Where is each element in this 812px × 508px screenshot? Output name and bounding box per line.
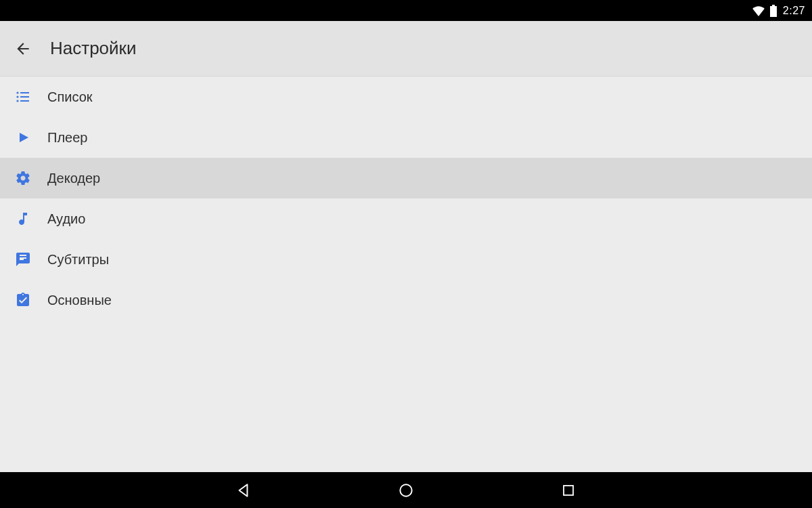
settings-item-player[interactable]: Плеер [0,117,812,158]
navigation-bar [0,472,812,508]
settings-item-subtitle[interactable]: Субтитры [0,239,812,280]
svg-rect-9 [564,486,573,495]
settings-item-label: Плеер [47,130,87,146]
settings-item-label: Субтитры [47,252,109,268]
wifi-icon [752,5,765,16]
settings-item-decoder[interactable]: Декодер [0,158,812,198]
play-icon [12,127,34,148]
svg-rect-3 [20,92,29,93]
svg-point-8 [400,484,411,496]
battery-icon [769,5,777,17]
svg-rect-1 [772,5,775,6]
nav-home-button[interactable] [392,477,420,504]
subtitle-icon [12,249,34,270]
back-button[interactable] [14,39,32,58]
nav-back-button[interactable] [230,477,257,504]
settings-item-label: Список [47,89,93,105]
settings-item-audio[interactable]: Аудио [0,198,812,239]
toolbar: Настройки [0,21,812,77]
status-bar: 2:27 [0,0,812,21]
list-icon [12,86,34,108]
settings-item-label: Декодер [47,171,100,186]
svg-rect-7 [20,100,29,102]
settings-item-general[interactable]: Основные [0,280,812,320]
page-title: Настройки [50,38,137,59]
svg-point-4 [16,96,18,98]
svg-point-6 [16,100,18,102]
svg-point-2 [16,91,18,93]
settings-item-label: Основные [47,293,112,308]
settings-item-label: Аудио [47,211,85,227]
music-icon [12,208,34,230]
clipboard-check-icon [12,289,34,311]
settings-list: Список Плеер Декодер Аудио Субтитры [0,77,812,472]
svg-rect-0 [770,6,777,17]
status-clock: 2:27 [783,5,805,17]
settings-item-list[interactable]: Список [0,77,812,117]
svg-rect-5 [20,96,29,98]
device-frame: 2:27 Настройки Список Плеер [0,0,812,508]
gear-icon [12,167,34,189]
nav-recent-button[interactable] [555,477,582,504]
